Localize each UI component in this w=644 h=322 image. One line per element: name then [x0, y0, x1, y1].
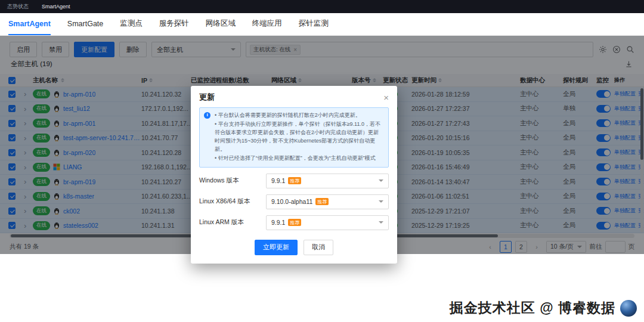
modal-title: 更新 [199, 92, 215, 103]
close-icon[interactable]: × [383, 93, 389, 102]
tab-smartgate[interactable]: SmartGate [67, 13, 103, 35]
alert-note: 平台支持手动执行立即更新操作，单个探针（探针版本≥9.11.0，若不符合版本要求… [215, 120, 383, 154]
linux-x86-version-select[interactable]: 9.10.0-alpha11 推荐 [266, 194, 389, 209]
alert-note: 平台默认会将需要更新的探针随机打散在2小时内完成更新。 [215, 112, 383, 120]
recommended-badge: 推荐 [315, 198, 329, 205]
tab-terminal-app[interactable]: 终端应用 [252, 13, 282, 35]
watermark-text: 掘金技术社区 @ 博睿数据 [450, 299, 615, 317]
windows-version-label: Windows 版本 [199, 177, 266, 185]
tab-network-zone[interactable]: 网络区域 [206, 13, 236, 35]
tab-bar: SmartAgent SmartGate 监测点 服务探针 网络区域 终端应用 … [0, 13, 644, 36]
breadcrumb-parent[interactable]: 态势状态 [7, 3, 29, 11]
watermark-logo [620, 300, 637, 317]
chevron-down-icon [379, 200, 383, 203]
update-info-alert: i 平台默认会将需要更新的探针随机打散在2小时内完成更新。 平台支持手动执行立即… [199, 107, 389, 168]
linux-arm-version-label: Linux ARM 版本 [199, 218, 266, 227]
info-icon: i [204, 112, 210, 119]
chevron-down-icon [379, 221, 383, 224]
tab-service-probe[interactable]: 服务探针 [159, 13, 189, 35]
windows-version-value: 9.9.1 [271, 177, 285, 184]
chevron-down-icon [379, 179, 383, 182]
tab-smartagent[interactable]: SmartAgent [8, 13, 51, 35]
linux-arm-version-value: 9.9.1 [271, 219, 285, 226]
windows-version-select[interactable]: 9.9.1 推荐 [266, 174, 389, 188]
alert-note: 针对已经选择了“使用全局更新配置”，会更改为“主机自动更新”模式 [215, 154, 383, 163]
linux-arm-version-select[interactable]: 9.9.1 推荐 [266, 215, 389, 230]
breadcrumb-current: SmartAgent [42, 4, 70, 10]
update-now-button[interactable]: 立即更新 [255, 240, 298, 255]
update-modal: 更新 × i 平台默认会将需要更新的探针随机打散在2小时内完成更新。 平台支持手… [191, 86, 397, 264]
watermark: 掘金技术社区 @ 博睿数据 [450, 299, 637, 317]
recommended-badge: 推荐 [288, 177, 301, 184]
tab-probe-monitor[interactable]: 探针监测 [299, 13, 329, 35]
top-bar: 态势状态 SmartAgent [0, 0, 644, 13]
cancel-button[interactable]: 取消 [304, 240, 333, 255]
linux-x86-version-value: 9.10.0-alpha11 [271, 198, 312, 205]
recommended-badge: 推荐 [288, 219, 301, 226]
linux-x86-version-label: Linux X86/64 版本 [199, 197, 266, 206]
tab-monitor-points[interactable]: 监测点 [120, 13, 143, 35]
